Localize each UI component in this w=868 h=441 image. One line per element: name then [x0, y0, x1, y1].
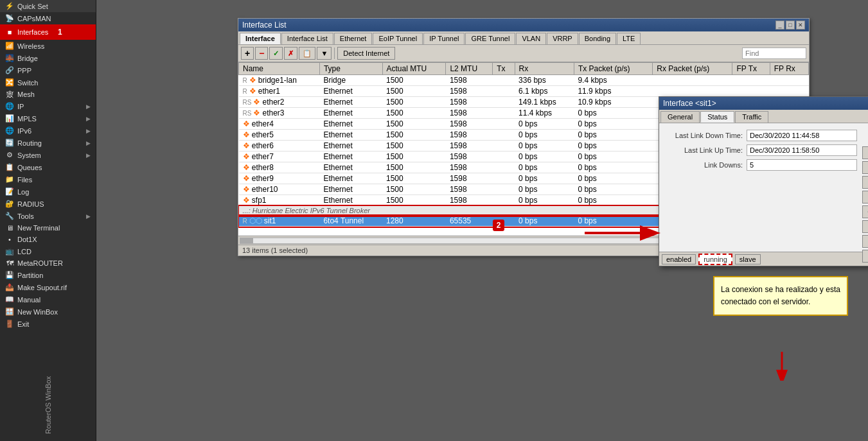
interface-list-tabs: Interface Interface List Ethernet EoIP T… [238, 31, 809, 45]
sidebar-item-bridge[interactable]: 🌉 Bridge [0, 52, 96, 64]
sidebar-item-system[interactable]: ⚙ System ▶ [0, 149, 96, 161]
cell-tx-pkt: 0 bps [574, 151, 652, 162]
tab-eoip-tunnel[interactable]: EoIP Tunnel [373, 33, 423, 44]
sidebar-item-mesh[interactable]: 🕸 Mesh [0, 89, 96, 100]
disable-button[interactable]: ✗ [284, 47, 297, 60]
quickset-icon: ⚡ [5, 2, 14, 10]
cell-actual-mtu: 1500 [382, 173, 446, 184]
bridge-icon: 🌉 [5, 54, 14, 62]
red-arrow-right [585, 223, 662, 243]
cell-actual-mtu: 1500 [382, 162, 446, 173]
sidebar-item-ppp[interactable]: 🔗 PPP [0, 64, 96, 76]
cell-l2-mtu: 1598 [446, 173, 493, 184]
sidebar-item-manual[interactable]: 📖 Manual [0, 293, 96, 306]
sidebar-item-partition[interactable]: 💾 Partition [0, 269, 96, 281]
cancel-button[interactable]: Cancel [862, 161, 868, 174]
cell-type: Ethernet [319, 108, 382, 119]
sidebar-item-wireless[interactable]: 📶 Wireless [0, 40, 96, 52]
sidebar-item-radius[interactable]: 🔐 RADIUS [0, 198, 96, 210]
cell-rx: 0 bps [515, 119, 574, 130]
col-actual-mtu: Actual MTU [382, 63, 446, 75]
maximize-button[interactable]: □ [786, 21, 795, 30]
sidebar-item-mpls[interactable]: 📊 MPLS ▶ [0, 112, 96, 125]
sidebar-item-exit[interactable]: 🚪 Exit [0, 318, 96, 330]
last-link-down-value[interactable] [747, 130, 857, 141]
sidebar-item-makesupout[interactable]: 📤 Make Supout.rif [0, 281, 96, 293]
minimize-button[interactable]: _ [775, 21, 784, 30]
tab-ethernet[interactable]: Ethernet [334, 33, 373, 44]
sidebar-item-quickset[interactable]: ⚡ Quick Set [0, 0, 96, 12]
apply-button[interactable]: Apply [862, 176, 868, 189]
tab-ip-tunnel[interactable]: IP Tunnel [423, 33, 465, 44]
sidebar-item-files[interactable]: 📁 Files [0, 173, 96, 186]
sidebar-item-dot1x[interactable]: • Dot1X [0, 234, 96, 245]
sidebar-item-log[interactable]: 📝 Log [0, 186, 96, 198]
copy-toolbar-button[interactable]: 📋 [299, 47, 315, 60]
table-row[interactable]: R ❖ ether1 Ethernet 1500 1598 6.1 kbps 1… [239, 86, 809, 97]
link-downs-row: Link Downs: [666, 159, 857, 171]
comment-button[interactable]: Comment [862, 205, 868, 218]
copy-button[interactable]: Copy [862, 220, 868, 233]
scroll-thumb[interactable] [240, 238, 253, 243]
torch-button[interactable]: Torch [862, 250, 868, 263]
tab-vrrp[interactable]: VRRP [547, 33, 578, 44]
interface-list-title: Interface List _ □ ✕ [238, 19, 809, 31]
sidebar-item-newwinbox[interactable]: 🪟 New WinBox [0, 306, 96, 318]
disable-button[interactable]: Disable [862, 191, 868, 203]
cell-fp-rx [770, 75, 808, 86]
sidebar-item-capsman[interactable]: 📡 CAPsMAN [0, 12, 96, 24]
tab-vlan[interactable]: VLAN [516, 33, 546, 44]
sidebar-item-newterminal[interactable]: 🖥 New Terminal [0, 222, 96, 234]
sidebar-item-tools[interactable]: 🔧 Tools ▶ [0, 210, 96, 222]
cell-l2-mtu: 1598 [446, 97, 493, 108]
cell-type: Bridge [319, 75, 382, 86]
tools-icon: 🔧 [5, 212, 14, 220]
enable-button[interactable]: ✓ [269, 47, 283, 60]
dialog-tab-status[interactable]: Status [700, 111, 734, 123]
ok-button[interactable]: OK [862, 146, 868, 159]
sidebar-item-interfaces[interactable]: ■ Interfaces 1 [0, 24, 96, 40]
sidebar-item-ip[interactable]: 🌐 IP ▶ [0, 100, 96, 112]
table-row[interactable]: R ❖ bridge1-lan Bridge 1500 1598 336 bps… [239, 75, 809, 86]
status-slave: slave [735, 254, 761, 264]
sidebar-item-metarouter[interactable]: 🗺 MetaROUTER [0, 257, 96, 269]
sidebar-item-ipv6[interactable]: 🌐 IPv6 ▶ [0, 125, 96, 137]
wireless-icon: 📶 [5, 42, 14, 50]
cell-l2-mtu: 1598 [446, 130, 493, 141]
sidebar-item-routing[interactable]: 🔄 Routing ▶ [0, 137, 96, 149]
sidebar-item-switch[interactable]: 🔀 Switch [0, 76, 96, 89]
cell-tx-pkt: 0 bps [574, 162, 652, 173]
cell-tx [493, 162, 515, 173]
cell-name: ❖ ether10 [239, 184, 320, 195]
cell-tx-pkt: 9.4 kbps [574, 75, 652, 86]
last-link-up-row: Last Link Up Time: [666, 144, 857, 156]
tab-lte[interactable]: LTE [617, 33, 641, 44]
system-icon: ⚙ [5, 151, 14, 159]
col-type: Type [319, 63, 382, 75]
interfaces-icon: ■ [5, 28, 14, 36]
cell-actual-mtu: 1500 [382, 75, 446, 86]
remove-button[interactable]: Remove [862, 235, 868, 248]
sidebar-item-queues[interactable]: 📋 Queues [0, 161, 96, 173]
close-button[interactable]: ✕ [796, 21, 805, 30]
floating-annotation-text: La conexion se ha realizado y esta conec… [721, 285, 840, 306]
add-button[interactable]: + [241, 47, 254, 60]
tab-gre-tunnel[interactable]: GRE Tunnel [465, 33, 515, 44]
tab-interface[interactable]: Interface [240, 33, 281, 44]
filter-button[interactable]: ▼ [317, 47, 332, 60]
exit-icon: 🚪 [5, 320, 14, 328]
link-downs-value[interactable] [747, 159, 857, 171]
detect-internet-button[interactable]: Detect Internet [337, 47, 395, 60]
dialog-tab-traffic[interactable]: Traffic [735, 111, 768, 123]
last-link-up-value[interactable] [747, 144, 857, 156]
tab-interface-list[interactable]: Interface List [281, 33, 333, 44]
sidebar-item-lcd[interactable]: 📺 LCD [0, 245, 96, 257]
lcd-icon: 📺 [5, 247, 14, 255]
dialog-tab-general[interactable]: General [660, 111, 700, 123]
cell-name: RS ❖ ether3 [239, 108, 320, 119]
find-input[interactable] [742, 48, 806, 59]
tab-bonding[interactable]: Bonding [579, 33, 616, 44]
cell-tx-pkt: 0 bps [574, 141, 652, 151]
cell-l2-mtu: 1598 [446, 141, 493, 151]
remove-button[interactable]: − [255, 47, 268, 60]
